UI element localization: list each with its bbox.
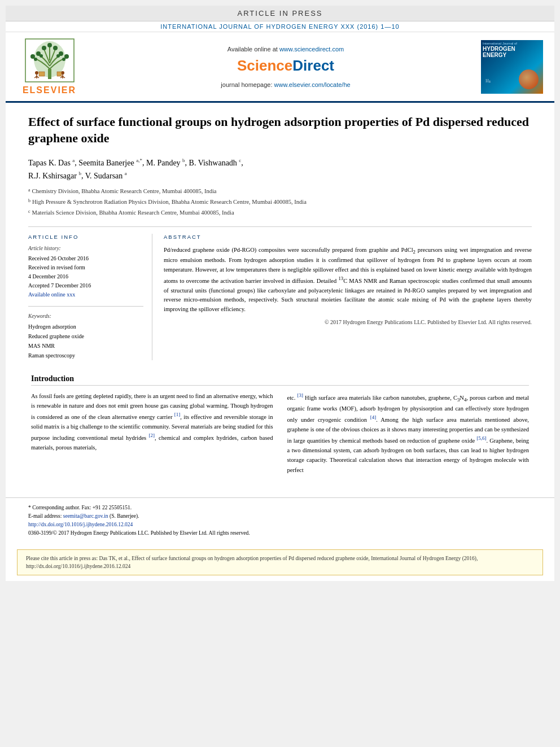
keyword-1: Reduced graphene oxide [28, 331, 143, 341]
journal-name-bar: INTERNATIONAL JOURNAL OF HYDROGEN ENERGY… [6, 21, 554, 32]
journal-cover-image: International Journal of HYDROGENENERGY … [481, 40, 543, 94]
history-item-3: Available online xxx [28, 290, 143, 299]
authors-line: Tapas K. Das a, Seemita Banerjee a,*, M.… [28, 156, 532, 182]
author-rj: R.J. Kshirsagar b, V. Sudarsan a [28, 172, 127, 180]
article-history-label: Article history: [28, 246, 143, 251]
svg-point-10 [40, 54, 43, 58]
svg-rect-14 [39, 72, 45, 76]
email-note: (S. Banerjee). [110, 513, 139, 519]
keyword-0: Hydrogen adsorption [28, 322, 143, 331]
header-center: Available online at www.sciencedirect.co… [93, 38, 478, 95]
elsevier-brand-text: ELSEVIER [23, 85, 76, 95]
article-in-press-banner: ARTICLE IN PRESS [6, 6, 554, 21]
svg-point-5 [47, 43, 52, 47]
affiliations: a Chemistry Division, Bhabha Atomic Rese… [28, 187, 532, 217]
article-in-press-text: ARTICLE IN PRESS [238, 9, 323, 18]
intro-col-right: etc. [3] High surface area materials lik… [287, 391, 530, 475]
article-title: Effect of surface functional groups on h… [28, 114, 532, 146]
affil-b: b High Pressure & Synchrotron Radiation … [28, 198, 532, 207]
introduction-heading: Introduction [31, 374, 529, 386]
doi-line: http://dx.doi.org/10.1016/j.ijhydene.201… [28, 521, 532, 529]
intro-text-left: As fossil fuels are getting depleted rap… [31, 391, 273, 453]
svg-point-4 [42, 46, 46, 50]
keyword-2: MAS NMR [28, 341, 143, 351]
svg-rect-16 [57, 72, 62, 76]
sciencedirect-url[interactable]: www.sciencedirect.com [279, 46, 344, 53]
author-tapas: Tapas K. Das a, Seemita Banerjee a,*, M.… [28, 159, 243, 167]
copyright-text: © 2017 Hydrogen Energy Publications LLC.… [164, 319, 532, 325]
corresponding-author: * Corresponding author. Fax: +91 22 2550… [28, 504, 532, 512]
available-online-text: Available online at www.sciencedirect.co… [228, 46, 344, 53]
svg-point-11 [56, 54, 60, 58]
svg-point-13 [35, 71, 38, 75]
keywords-label: Keywords: [28, 313, 143, 319]
intro-col-left: As fossil fuels are getting depleted rap… [31, 391, 273, 475]
article-info-abstract: ARTICLE INFO Article history: Received 2… [28, 234, 532, 360]
affil-text-c: Materials Science Division, Bhabha Atomi… [32, 208, 234, 218]
affil-sup-b: b [28, 198, 30, 205]
header-area: ELSEVIER Available online at www.science… [6, 32, 554, 103]
corresponding-label: * Corresponding author. Fax: +91 22 2550… [28, 505, 132, 510]
doi-link[interactable]: http://dx.doi.org/10.1016/j.ijhydene.201… [28, 522, 133, 527]
keyword-3: Raman spectroscopy [28, 351, 143, 360]
journal-homepage: journal homepage: www.elsevier.com/locat… [221, 81, 350, 88]
history-item-0: Received 26 October 2016 [28, 254, 143, 263]
history-item-2: Accepted 7 December 2016 [28, 281, 143, 290]
intro-text-right: etc. [3] High surface area materials lik… [287, 391, 530, 475]
journal-homepage-label: journal homepage: [221, 81, 272, 88]
affil-a: a Chemistry Division, Bhabha Atomic Rese… [28, 187, 532, 196]
affil-text-a: Chemistry Division, Bhabha Atomic Resear… [32, 187, 217, 196]
footnote-area: * Corresponding author. Fax: +91 22 2550… [6, 497, 554, 544]
introduction-body: As fossil fuels are getting depleted rap… [31, 391, 529, 475]
history-item-revised: Received in revised form4 December 2016 [28, 263, 143, 281]
journal-cover: International Journal of HYDROGENENERGY … [478, 38, 546, 95]
abstract-text: Pd/reduced graphene oxide (Pd-RGO) compo… [164, 246, 532, 314]
svg-point-12 [62, 58, 65, 61]
citation-text: Please cite this article in press as: Da… [26, 556, 478, 569]
abstract-column: ABSTRACT Pd/reduced graphene oxide (Pd-R… [164, 234, 532, 360]
abstract-label: ABSTRACT [164, 234, 532, 240]
svg-point-8 [64, 54, 69, 59]
journal-name-text: INTERNATIONAL JOURNAL OF HYDROGEN ENERGY… [160, 23, 399, 30]
svg-point-6 [53, 46, 58, 50]
journal-homepage-link[interactable]: www.elsevier.com/locate/he [274, 81, 351, 88]
citation-bar: Please cite this article in press as: Da… [17, 549, 543, 576]
affil-sup-c: c [28, 208, 30, 216]
affil-sup-a: a [28, 187, 30, 194]
sciencedirect-logo: ScienceDirect [237, 57, 334, 75]
email-link[interactable]: seemita@barc.gov.in [63, 513, 108, 519]
main-content: Effect of surface functional groups on h… [6, 103, 554, 486]
email-footnote: E-mail address: seemita@barc.gov.in (S. … [28, 512, 532, 521]
article-info-column: ARTICLE INFO Article history: Received 2… [28, 234, 152, 360]
issn-line: 0360-3199/© 2017 Hydrogen Energy Publica… [28, 529, 532, 538]
introduction-section: Introduction As fossil fuels are getting… [28, 374, 532, 475]
svg-point-9 [34, 58, 37, 61]
affil-c: c Materials Science Division, Bhabha Ato… [28, 208, 532, 218]
keywords-divider [28, 306, 143, 307]
svg-point-2 [30, 54, 35, 59]
article-info-label: ARTICLE INFO [28, 234, 143, 240]
page: ARTICLE IN PRESS INTERNATIONAL JOURNAL O… [6, 6, 554, 581]
elsevier-logo: ELSEVIER [14, 38, 93, 95]
email-label: E-mail address: [28, 513, 62, 519]
affil-text-b: High Pressure & Synchrotron Radiation Ph… [32, 198, 307, 207]
header-divider [28, 226, 532, 227]
elsevier-tree-icon [24, 38, 75, 83]
